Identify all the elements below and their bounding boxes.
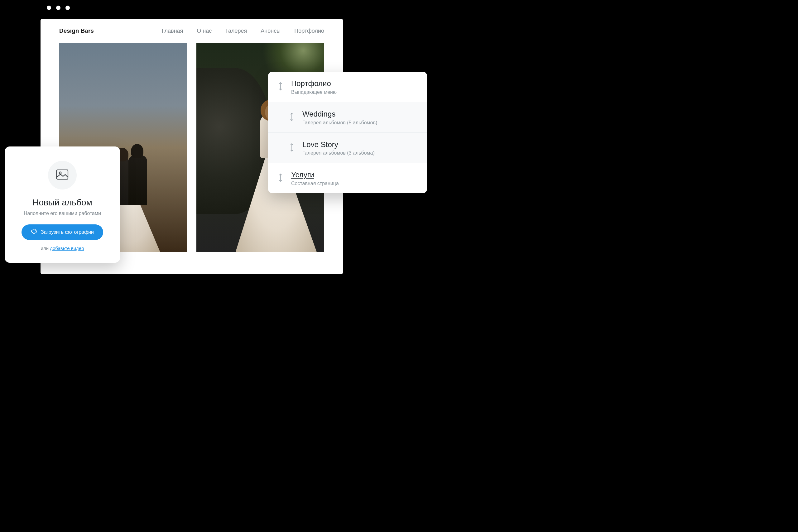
menu-item-subtitle: Галерея альбомов (3 альбома): [302, 150, 375, 156]
add-video-link[interactable]: добавьте видео: [50, 246, 84, 251]
svg-point-1: [59, 172, 61, 174]
drag-handle-icon[interactable]: [278, 81, 284, 92]
menu-item-title: Love Story: [302, 140, 375, 149]
nav-link-announces[interactable]: Анонсы: [261, 28, 281, 34]
cloud-download-icon: [31, 229, 37, 235]
nav-link-portfolio[interactable]: Портфолио: [294, 28, 324, 34]
svg-rect-0: [57, 170, 68, 179]
menu-item-title: Портфолио: [291, 79, 337, 88]
menu-item-love-story[interactable]: Love Story Галерея альбомов (3 альбома): [268, 132, 427, 163]
menu-item-services[interactable]: Услуги Составная страница: [268, 163, 427, 193]
new-album-card: Новый альбом Наполните его вашими работа…: [5, 147, 120, 263]
nav-link-gallery[interactable]: Галерея: [225, 28, 247, 34]
site-header: Design Bars Главная О нас Галерея Анонсы…: [40, 19, 343, 43]
or-add-video-line: или добавьте видео: [15, 246, 109, 251]
menu-item-title: Weddings: [302, 110, 377, 119]
menu-item-subtitle: Составная страница: [291, 181, 339, 186]
browser-chrome-dots: [47, 6, 70, 10]
menu-item-subtitle: Выпадающее меню: [291, 90, 337, 95]
image-icon: [56, 169, 69, 181]
chrome-dot: [56, 6, 60, 10]
nav-link-about[interactable]: О нас: [197, 28, 212, 34]
chrome-dot: [65, 6, 70, 10]
drag-handle-icon[interactable]: [289, 112, 295, 122]
site-title: Design Bars: [59, 27, 94, 34]
menu-item-subtitle: Галерея альбомов (5 альбомов): [302, 120, 377, 126]
drag-handle-icon[interactable]: [289, 142, 295, 153]
or-prefix: или: [41, 246, 50, 251]
portfolio-menu-panel: Портфолио Выпадающее меню Weddings Галер…: [268, 72, 427, 193]
upload-photos-button[interactable]: Загрузить фотографии: [21, 224, 103, 240]
menu-item-portfolio[interactable]: Портфолио Выпадающее меню: [268, 72, 427, 102]
chrome-dot: [47, 6, 51, 10]
site-nav: Главная О нас Галерея Анонсы Портфолио: [162, 28, 324, 34]
album-card-subtitle: Наполните его вашими работами: [15, 211, 109, 216]
menu-item-weddings[interactable]: Weddings Галерея альбомов (5 альбомов): [268, 102, 427, 132]
image-icon-circle: [48, 161, 77, 189]
nav-link-home[interactable]: Главная: [162, 28, 183, 34]
album-card-title: Новый альбом: [15, 197, 109, 208]
menu-item-title: Услуги: [291, 170, 339, 179]
drag-handle-icon[interactable]: [278, 172, 284, 183]
upload-button-label: Загрузить фотографии: [41, 229, 94, 235]
